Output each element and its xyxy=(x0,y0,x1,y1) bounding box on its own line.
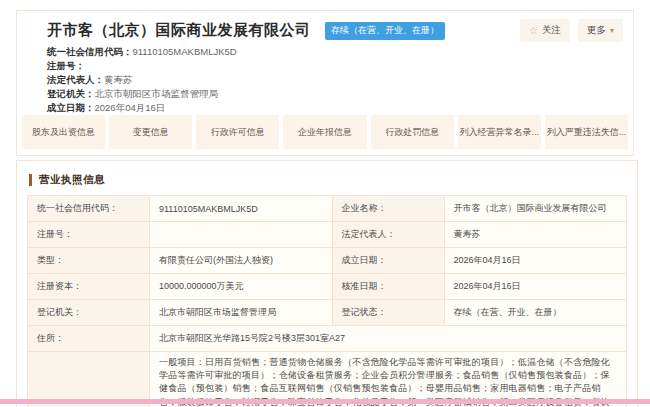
field-label: 企业名称： xyxy=(332,196,444,222)
field-label: 法定代表人： xyxy=(332,222,444,248)
field-label: 注册资本： xyxy=(28,274,150,300)
company-profile-page: 开市客（北京）国际商业发展有限公司 存续（在营、开业、在册） ☆ 关注 更多 ▾… xyxy=(0,0,650,407)
chevron-down-icon: ▾ xyxy=(610,26,614,35)
section-title: 营业执照信息 xyxy=(39,173,105,187)
table-row: 登记机关： 北京市朝阳区市场监督管理局 登记状态： 存续（在营、开业、在册） xyxy=(28,300,627,326)
field-label: 登记状态： xyxy=(332,300,444,326)
company-summary-info: 统一社会信用代码：91110105MAKBMLJK5D 注册号： 法定代表人：黄… xyxy=(17,41,633,115)
field-label: 成立日期： xyxy=(332,248,444,274)
info-reg-number: 注册号： xyxy=(47,59,621,73)
field-value: 黄寿苏 xyxy=(444,222,627,248)
section-title-bar xyxy=(29,174,32,186)
tab-admin-penalty[interactable]: 行政处罚信息 xyxy=(371,115,454,149)
field-label: 注册号： xyxy=(28,222,150,248)
field-label: 住所： xyxy=(28,326,150,352)
field-value: 有限责任公司(外国法人独资) xyxy=(150,248,333,274)
bottom-highlight-line xyxy=(0,399,650,404)
header-actions: ☆ 关注 更多 ▾ xyxy=(520,19,623,42)
field-value: 10000.000000万美元 xyxy=(150,274,333,300)
field-label: 统一社会信用代码： xyxy=(28,196,150,222)
license-table: 统一社会信用代码： 91110105MAKBMLJK5D 企业名称： 开市客（北… xyxy=(27,195,627,407)
field-label: 核准日期： xyxy=(332,274,444,300)
follow-label: 关注 xyxy=(542,24,561,37)
field-value: 2026年04月16日 xyxy=(444,248,627,274)
tab-admin-license[interactable]: 行政许可信息 xyxy=(196,115,279,149)
title-row: 开市客（北京）国际商业发展有限公司 存续（在营、开业、在册） ☆ 关注 更多 ▾ xyxy=(17,11,633,41)
info-credit-code: 统一社会信用代码：91110105MAKBMLJK5D xyxy=(47,45,621,59)
more-label: 更多 xyxy=(587,24,606,37)
field-value: 北京市朝阳区光华路15号院2号楼3层301室A27 xyxy=(150,326,627,352)
info-tabs: 股东及出资信息 变更信息 行政许可信息 企业年报信息 行政处罚信息 列入经营异常… xyxy=(22,115,628,149)
field-label: 类型： xyxy=(28,248,150,274)
field-value: 北京市朝阳区市场监督管理局 xyxy=(150,300,333,326)
table-row: 类型： 有限责任公司(外国法人独资) 成立日期： 2026年04月16日 xyxy=(28,248,627,274)
status-badge: 存续（在营、开业、在册） xyxy=(325,22,445,40)
tab-serious-violation[interactable]: 列入严重违法失信... xyxy=(545,115,628,149)
field-value: 存续（在营、开业、在册） xyxy=(444,300,627,326)
more-button[interactable]: 更多 ▾ xyxy=(578,19,623,42)
tab-changes[interactable]: 变更信息 xyxy=(109,115,192,149)
table-row: 注册资本： 10000.000000万美元 核准日期： 2026年04月16日 xyxy=(28,274,627,300)
table-row: 注册号： 法定代表人： 黄寿苏 xyxy=(28,222,627,248)
info-reg-authority: 登记机关：北京市朝阳区市场监督管理局 xyxy=(47,87,621,101)
page-title: 开市客（北京）国际商业发展有限公司 xyxy=(47,21,311,40)
tab-shareholders[interactable]: 股东及出资信息 xyxy=(22,115,105,149)
field-value: 91110105MAKBMLJK5D xyxy=(150,196,333,222)
tab-abnormal-list[interactable]: 列入经营异常名录... xyxy=(458,115,541,149)
info-establish-date: 成立日期：2026年04月16日 xyxy=(47,101,621,115)
field-value: 开市客（北京）国际商业发展有限公司 xyxy=(444,196,627,222)
table-row: 统一社会信用代码： 91110105MAKBMLJK5D 企业名称： 开市客（北… xyxy=(28,196,627,222)
company-header-card: 开市客（北京）国际商业发展有限公司 存续（在营、开业、在册） ☆ 关注 更多 ▾… xyxy=(16,10,634,156)
business-license-card: 营业执照信息 统一社会信用代码： 91110105MAKBMLJK5D 企业名称… xyxy=(16,160,638,407)
field-value xyxy=(150,222,333,248)
follow-button[interactable]: ☆ 关注 xyxy=(520,19,570,42)
tab-annual-report[interactable]: 企业年报信息 xyxy=(283,115,366,149)
info-legal-rep: 法定代表人：黄寿苏 xyxy=(47,73,621,87)
table-row-address: 住所： 北京市朝阳区光华路15号院2号楼3层301室A27 xyxy=(28,326,627,352)
star-icon: ☆ xyxy=(529,25,538,36)
field-label: 登记机关： xyxy=(28,300,150,326)
field-value: 2026年04月16日 xyxy=(444,274,627,300)
section-title-row: 营业执照信息 xyxy=(29,171,627,189)
